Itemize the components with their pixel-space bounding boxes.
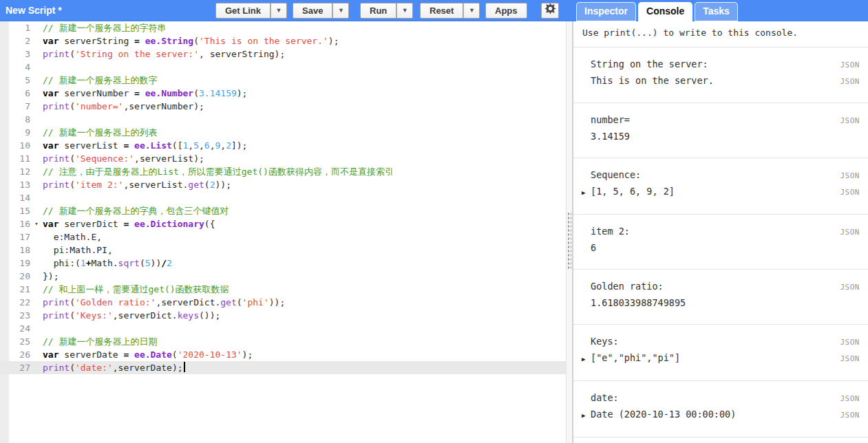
save-button[interactable]: Save: [293, 3, 332, 19]
code-line[interactable]: 22print('Golden ratio:',serverDict.get('…: [0, 296, 566, 309]
code-line[interactable]: 11print('Sequence:',serverList);: [0, 152, 566, 165]
console-output-block: item 2:JSON6: [573, 215, 868, 270]
console-output-line: Sequence:JSON: [582, 167, 860, 184]
top-toolbar: New Script * Get Link▼Save▼Run▼Reset▼App…: [0, 0, 868, 21]
code-text: pi:Math.PI,: [43, 244, 566, 257]
code-text: e:Math.E,: [43, 230, 566, 244]
reset-dropdown-button[interactable]: ▼: [463, 3, 480, 19]
get-link-button-group: Get Link▼: [215, 3, 287, 19]
console-value-text: 1.618033988749895: [591, 295, 686, 311]
code-line[interactable]: 24: [0, 322, 566, 335]
code-line[interactable]: 14: [0, 191, 566, 204]
json-link[interactable]: JSON: [835, 168, 860, 184]
line-number: 8: [0, 113, 30, 126]
code-line[interactable]: 6var serverNumber = ee.Number(3.14159);: [0, 87, 566, 100]
panel-divider[interactable]: [566, 21, 573, 443]
tab-tasks[interactable]: Tasks: [695, 2, 738, 21]
fold-toggle-icon[interactable]: ▾: [30, 217, 43, 230]
code-line[interactable]: 12// 注意，由于是服务器上的List，所以需要通过get()函数获得内容，而…: [0, 165, 566, 178]
json-link[interactable]: JSON: [835, 391, 860, 407]
code-text: var serverDate = ee.Date('2020-10-13');: [43, 348, 566, 361]
console-output-line: ▶Date (2020-10-13 00:00:00)JSON: [582, 407, 860, 424]
tab-inspector[interactable]: Inspector: [576, 2, 636, 21]
console-output-line: 3.14159: [582, 129, 860, 144]
fold-gutter: [30, 139, 43, 152]
code-editor[interactable]: 1// 新建一个服务器上的字符串2var serverString = ee.S…: [0, 21, 566, 443]
code-line[interactable]: 20});: [0, 270, 566, 283]
json-link[interactable]: JSON: [835, 224, 860, 240]
chevron-down-icon: ▼: [276, 7, 282, 14]
apps-button-group: Apps: [485, 3, 527, 19]
json-link[interactable]: JSON: [835, 407, 860, 423]
json-link[interactable]: JSON: [835, 279, 860, 295]
divider-drag-handle-icon[interactable]: [567, 212, 571, 270]
code-line[interactable]: 5// 新建一个服务器上的数字: [0, 74, 566, 87]
reset-button[interactable]: Reset: [420, 3, 463, 19]
fold-gutter: [30, 34, 43, 47]
code-line[interactable]: 18 pi:Math.PI,: [0, 244, 566, 257]
fold-gutter: [30, 126, 43, 139]
json-link[interactable]: JSON: [835, 351, 860, 367]
settings-button[interactable]: [541, 3, 559, 19]
code-text: [43, 322, 566, 335]
console-value-text: [1, 5, 6, 9, 2]: [591, 184, 675, 199]
code-line[interactable]: 7print('number=',serverNumber);: [0, 100, 566, 113]
code-line[interactable]: 9// 新建一个服务器上的列表: [0, 126, 566, 139]
code-line[interactable]: 1// 新建一个服务器上的字符串: [0, 21, 566, 34]
console-output-line: Golden ratio:JSON: [582, 279, 860, 295]
fold-gutter: [30, 230, 43, 244]
save-button-group: Save▼: [293, 3, 349, 19]
apps-button[interactable]: Apps: [485, 3, 527, 19]
line-number: 16: [0, 217, 30, 230]
code-text: // 新建一个服务器上的字典，包含三个键值对: [43, 204, 566, 217]
code-line[interactable]: 2var serverString = ee.String('This is o…: [0, 34, 566, 47]
code-line[interactable]: 23print('Keys:',serverDict.keys());: [0, 309, 566, 322]
fold-gutter: [30, 21, 43, 34]
json-link[interactable]: JSON: [835, 57, 860, 73]
code-line[interactable]: 8: [0, 113, 566, 126]
console-value-text: 6: [591, 240, 596, 256]
code-line[interactable]: 25// 新建一个服务器上的日期: [0, 335, 566, 348]
line-number: 4: [0, 61, 30, 74]
console-value-text: number=: [591, 112, 630, 128]
expand-arrow-icon[interactable]: ▶: [582, 352, 591, 367]
code-line[interactable]: 19 phi:(1+Math.sqrt(5))/2: [0, 257, 566, 270]
console-output-line: Keys:JSON: [582, 334, 860, 350]
fold-gutter: [30, 322, 43, 335]
json-link[interactable]: JSON: [835, 184, 860, 200]
console-output-block: number=JSON3.14159: [573, 103, 868, 158]
tab-console[interactable]: Console: [638, 2, 692, 21]
json-link[interactable]: JSON: [835, 113, 860, 129]
code-text: // 注意，由于是服务器上的List，所以需要通过get()函数获得内容，而不是…: [43, 165, 566, 178]
fold-gutter: [30, 257, 43, 270]
code-line[interactable]: 16▾var serverDict = ee.Dictionary({: [0, 217, 566, 230]
code-line[interactable]: 26var serverDate = ee.Date('2020-10-13')…: [0, 348, 566, 361]
code-line[interactable]: 13print('item 2:',serverList.get(2));: [0, 178, 566, 191]
code-line[interactable]: 4: [0, 61, 566, 74]
console-value-text: This is on the server.: [591, 73, 714, 89]
code-line[interactable]: 10var serverList = ee.List([1,5,6,9,2]);: [0, 139, 566, 152]
json-link[interactable]: JSON: [835, 334, 860, 350]
code-line[interactable]: 27print('date:',serverDate);: [0, 361, 566, 374]
get-link-button[interactable]: Get Link: [215, 3, 271, 19]
code-line[interactable]: 3print('String on the server:', serverSt…: [0, 47, 566, 61]
earth-engine-code-editor: New Script * Get Link▼Save▼Run▼Reset▼App…: [0, 0, 868, 443]
code-text: // 新建一个服务器上的字符串: [43, 21, 566, 34]
code-line[interactable]: 21// 和上面一样，需要通过get()函数获取数据: [0, 283, 566, 296]
fold-gutter: [30, 61, 43, 74]
run-button[interactable]: Run: [360, 3, 396, 19]
console-output-block: date:JSON▶Date (2020-10-13 00:00:00)JSON: [573, 381, 868, 437]
expand-arrow-icon[interactable]: ▶: [582, 408, 591, 424]
code-line[interactable]: 17 e:Math.E,: [0, 230, 566, 244]
console-value-text: ["e","phi","pi"]: [591, 350, 680, 366]
json-link[interactable]: JSON: [835, 74, 860, 89]
code-line[interactable]: 15// 新建一个服务器上的字典，包含三个键值对: [0, 204, 566, 217]
get-link-dropdown-button[interactable]: ▼: [271, 3, 287, 19]
run-dropdown-button[interactable]: ▼: [396, 3, 413, 19]
expand-arrow-icon[interactable]: ▶: [582, 185, 591, 201]
console-intro-text: Use print(...) to write to this console.: [573, 21, 868, 47]
console-value-text: Golden ratio:: [591, 279, 664, 294]
save-dropdown-button[interactable]: ▼: [332, 3, 349, 19]
line-number: 21: [0, 283, 30, 296]
fold-gutter: [30, 100, 43, 113]
